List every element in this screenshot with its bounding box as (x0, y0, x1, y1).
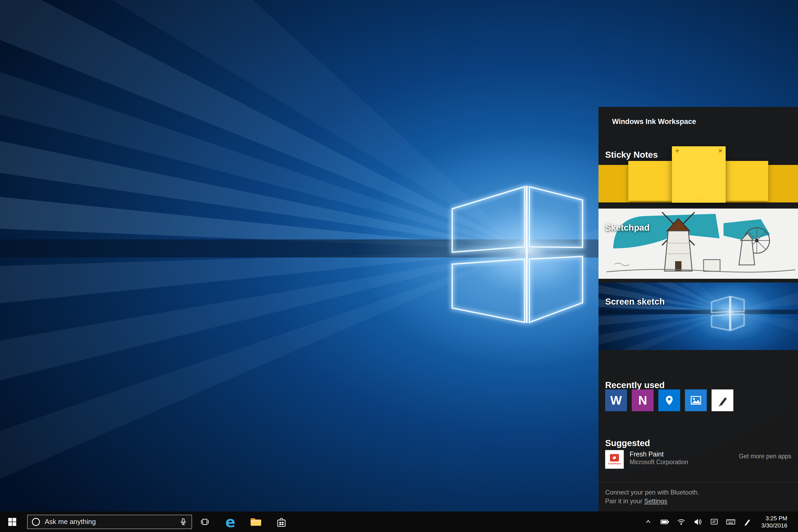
task-view-button[interactable] (192, 512, 217, 532)
recently-used-row: W N (605, 390, 733, 411)
get-more-pen-apps-link[interactable]: Get more pen apps (739, 453, 791, 460)
fresh-paint-logo-caption: FreshPaint (608, 462, 621, 465)
sticky-note-back-right[interactable] (726, 161, 768, 201)
photos-icon (690, 394, 702, 406)
note-resize-dots-icon: · · (672, 196, 726, 202)
suggested-app-publisher: Microsoft Corporation (630, 458, 688, 466)
word-icon: W (610, 393, 622, 407)
suggested-label: Suggested (605, 438, 650, 448)
show-hidden-icons-button[interactable] (640, 512, 657, 532)
microphone-icon[interactable] (179, 518, 187, 526)
add-note-icon[interactable]: + (675, 147, 679, 155)
sticky-note-header: + × (672, 146, 726, 155)
suggested-app-row[interactable]: FreshPaint Fresh Paint Microsoft Corpora… (605, 450, 688, 469)
edge-button[interactable]: e (217, 512, 243, 532)
sketchpad-preview-image (598, 209, 798, 279)
footer-line2: Pair it in your Settings (605, 497, 699, 506)
screen-sketch-tile[interactable]: Screen sketch (598, 283, 798, 350)
footer-line2-text: Pair it in your (605, 497, 644, 505)
windows-logo-icon (8, 518, 17, 526)
sticky-note-back-left[interactable] (628, 161, 672, 201)
panel-footer: Connect your pen with Bluetooth. Pair it… (605, 488, 699, 506)
battery-icon (660, 517, 669, 527)
pen-icon (743, 517, 752, 527)
edge-icon: e (225, 514, 235, 529)
cortana-icon (32, 518, 40, 526)
search-input[interactable] (44, 517, 175, 526)
fountain-pen-icon (716, 394, 729, 407)
sketchpad-label: Sketchpad (605, 223, 650, 233)
maps-pin-icon (663, 394, 676, 406)
suggested-app-name: Fresh Paint (630, 450, 688, 458)
maps-app-tile[interactable] (658, 390, 680, 411)
network-button[interactable] (673, 512, 689, 532)
task-view-icon (200, 517, 210, 527)
settings-link[interactable]: Settings (644, 497, 667, 505)
file-explorer-button[interactable] (243, 512, 269, 532)
close-note-icon[interactable]: × (718, 147, 722, 155)
screen-sketch-preview-image (598, 283, 798, 350)
suggested-app-text: Fresh Paint Microsoft Corporation (630, 450, 688, 466)
ink-workspace-panel: Windows Ink Workspace Sticky Notes + × ·… (598, 107, 798, 512)
chevron-up-icon (645, 518, 652, 526)
sticky-notes-preview[interactable]: + × · · (598, 146, 798, 204)
action-center-icon (710, 517, 719, 527)
clock-date: 3/30/2016 (761, 522, 787, 529)
word-app-tile[interactable]: W (605, 390, 627, 411)
taskbar: e (0, 512, 798, 532)
onenote-icon: N (638, 393, 647, 407)
fresh-paint-icon: FreshPaint (605, 450, 624, 469)
store-icon (276, 516, 287, 528)
wifi-icon (677, 517, 686, 527)
volume-button[interactable] (689, 512, 706, 532)
recently-used-label: Recently used (605, 380, 665, 390)
pen-sketch-app-tile[interactable] (711, 390, 733, 411)
keyboard-icon (726, 517, 736, 527)
sticky-note[interactable]: + × · · (672, 146, 726, 203)
fresh-paint-logo-mark (610, 454, 619, 461)
battery-button[interactable] (657, 512, 673, 532)
screen-sketch-label: Screen sketch (605, 297, 665, 307)
speaker-icon (693, 517, 703, 527)
ink-workspace-button[interactable] (739, 512, 756, 532)
store-button[interactable] (269, 512, 294, 532)
sketchpad-tile[interactable]: Sketchpad (598, 209, 798, 279)
touch-keyboard-button[interactable] (722, 512, 739, 532)
file-explorer-icon (249, 515, 263, 529)
taskbar-search-box[interactable] (27, 515, 192, 529)
panel-title: Windows Ink Workspace (612, 118, 696, 126)
onenote-app-tile[interactable]: N (632, 390, 653, 411)
photos-app-tile[interactable] (685, 390, 707, 411)
action-center-button[interactable] (706, 512, 722, 532)
system-tray: 3:25 PM 3/30/2016 (640, 512, 798, 532)
footer-line1: Connect your pen with Bluetooth. (605, 488, 699, 497)
desktop: Windows Ink Workspace Sticky Notes + × ·… (0, 0, 798, 532)
taskbar-clock[interactable]: 3:25 PM 3/30/2016 (756, 512, 798, 532)
start-button[interactable] (0, 512, 24, 532)
clock-time: 3:25 PM (761, 515, 787, 522)
